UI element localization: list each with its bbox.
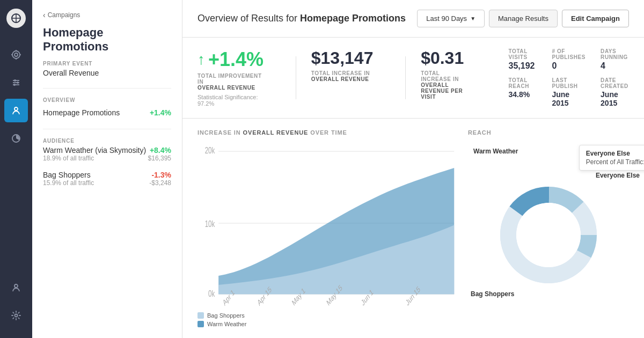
title-bold: Homepage Promotions xyxy=(300,13,406,24)
chevron-down-icon: ▼ xyxy=(470,16,475,21)
stat-divider xyxy=(296,56,296,99)
app-logo[interactable] xyxy=(6,9,26,28)
publishes-label: # OF PUBLISHES xyxy=(552,48,586,60)
date-range-label: Last 90 Days xyxy=(426,14,467,23)
publishes-value: 0 xyxy=(552,61,586,71)
sliders-icon[interactable] xyxy=(4,71,28,94)
total-visits-value: 35,192 xyxy=(509,61,537,71)
svg-text:20k: 20k xyxy=(205,145,215,155)
primary-event-value: Overall Revenue xyxy=(43,69,171,77)
overview-section: Homepage Promotions +1.4% xyxy=(43,105,171,120)
list-item: Warm Weather (via Skymosity) +8.4% 18.9%… xyxy=(43,146,171,162)
legend-label-warm: Warm Weather xyxy=(207,321,246,327)
settings-icon[interactable] xyxy=(4,304,28,327)
audience-value-1: +8.4% xyxy=(150,146,171,155)
audience-traffic-2: 15.9% of all traffic xyxy=(43,179,94,187)
page-title: Overview of Results for Homepage Promoti… xyxy=(197,13,413,24)
area-chart-svg: 20k 10k 0k Apr 1 xyxy=(197,142,457,308)
divider-1 xyxy=(43,88,171,89)
bag-shoppers-label: Bag Shoppers xyxy=(471,290,514,298)
total-reach-value: 34.8% xyxy=(509,90,537,99)
total-revenue-stat: $13,147 TOTAL INCREASE INOVERALL REVENUE xyxy=(311,48,374,82)
stat-divider-2 xyxy=(405,56,406,99)
date-created-stat: DATE CREATED June 2015 xyxy=(601,77,629,107)
days-running-value: 4 xyxy=(601,61,629,71)
area-chart-area: 20k 10k 0k Apr 1 xyxy=(197,142,457,308)
target-icon[interactable] xyxy=(4,43,28,67)
charts-area: INCREASE IN OVERALL REVENUE OVER TIME 20… xyxy=(182,119,644,338)
left-panel: Campaigns Homepage Promotions PRIMARY EV… xyxy=(32,0,182,338)
chart-icon[interactable] xyxy=(4,127,28,150)
stat-significance: Statistical Significance: 97.2% xyxy=(197,94,264,107)
reach-section: REACH Warm Weat xyxy=(468,129,629,327)
campaign-title: Homepage Promotions xyxy=(43,26,171,54)
legend-label-bag: Bag Shoppers xyxy=(207,312,245,319)
divider-2 xyxy=(43,129,171,129)
back-link[interactable]: Campaigns xyxy=(43,11,171,19)
legend-item: Bag Shoppers xyxy=(197,312,457,319)
per-visit-label: TOTAL INCREASE INOVERALL REVENUE PERVISI… xyxy=(421,70,470,100)
svg-point-12 xyxy=(14,79,16,82)
per-visit-value: $0.31 xyxy=(421,48,470,68)
audience-traffic-1: 18.9% of all traffic xyxy=(43,155,94,162)
last-publish-value: June 2015 xyxy=(552,90,586,107)
area-chart-section: INCREASE IN OVERALL REVENUE OVER TIME 20… xyxy=(197,129,457,327)
donut-container: Warm Weather Bag Shoppers Everyone Else … xyxy=(468,142,629,327)
svg-point-18 xyxy=(15,314,18,317)
audience-label: AUDIENCE xyxy=(43,138,171,144)
per-visit-stat: $0.31 TOTAL INCREASE INOVERALL REVENUE P… xyxy=(421,48,470,100)
svg-text:10k: 10k xyxy=(205,219,215,229)
improvement-value: +1.4% xyxy=(208,48,264,71)
tooltip-value: Percent of All Traffic: 58.6% xyxy=(586,158,644,166)
days-running-label: DAYS RUNNING xyxy=(601,48,629,60)
total-visits-stat: TOTAL VISITS 35,192 xyxy=(509,48,537,71)
legend-item: Warm Weather xyxy=(197,321,457,327)
audience-icon[interactable] xyxy=(4,99,28,122)
publishes-stat: # OF PUBLISHES 0 xyxy=(552,48,586,71)
overview-label: OVERVIEW xyxy=(43,97,171,103)
title-prefix: Overview of Results for xyxy=(197,13,300,24)
svg-point-3 xyxy=(12,51,20,58)
everyone-else-label: Everyone Else xyxy=(596,172,640,179)
date-created-label: DATE CREATED xyxy=(601,77,629,89)
days-running-stat: DAYS RUNNING 4 xyxy=(601,48,629,71)
audience-revenue-2: -$3,248 xyxy=(149,179,171,187)
svg-point-14 xyxy=(13,84,16,86)
warm-weather-label: Warm Weather xyxy=(473,148,518,155)
area-chart-title: INCREASE IN OVERALL REVENUE OVER TIME xyxy=(197,129,457,136)
list-item: Bag Shoppers -1.3% 15.9% of all traffic … xyxy=(43,171,171,187)
audience-name-2: Bag Shoppers xyxy=(43,171,91,179)
main-header: Overview of Results for Homepage Promoti… xyxy=(182,0,644,38)
svg-point-35 xyxy=(516,203,581,267)
main-content: Overview of Results for Homepage Promoti… xyxy=(182,0,644,338)
overview-item-label: Homepage Promotions xyxy=(43,108,120,117)
user-icon[interactable] xyxy=(4,276,28,299)
overview-item-value: +1.4% xyxy=(150,108,171,117)
audience-name-1: Warm Weather (via Skymosity) xyxy=(43,146,146,155)
improvement-stat: ↑ +1.4% TOTAL IMPROVEMENT INOVERALL REVE… xyxy=(197,48,264,107)
improvement-label: TOTAL IMPROVEMENT INOVERALL REVENUE xyxy=(197,73,264,91)
legend-dot-bag xyxy=(197,312,204,319)
edit-campaign-button[interactable]: Edit Campaign xyxy=(562,10,629,27)
date-created-value: June 2015 xyxy=(601,90,629,107)
svg-point-15 xyxy=(14,107,18,111)
manage-results-button[interactable]: Manage Results xyxy=(489,10,558,27)
stat-grid: TOTAL VISITS 35,192 # OF PUBLISHES 0 DAY… xyxy=(509,48,630,107)
tooltip-title: Everyone Else xyxy=(586,150,644,157)
primary-event-label: PRIMARY EVENT xyxy=(43,61,171,67)
audience-value-2: -1.3% xyxy=(151,171,171,179)
date-range-button[interactable]: Last 90 Days ▼ xyxy=(417,10,485,27)
stats-row: ↑ +1.4% TOTAL IMPROVEMENT INOVERALL REVE… xyxy=(182,38,644,119)
svg-point-13 xyxy=(17,82,19,84)
arrow-up-icon: ↑ xyxy=(197,52,205,67)
svg-point-17 xyxy=(14,284,18,288)
total-visits-label: TOTAL VISITS xyxy=(509,48,537,60)
audience-section: Warm Weather (via Skymosity) +8.4% 18.9%… xyxy=(43,146,171,187)
last-publish-label: LAST PUBLISH xyxy=(552,77,586,89)
last-publish-stat: LAST PUBLISH June 2015 xyxy=(552,77,586,107)
total-revenue-value: $13,147 xyxy=(311,48,374,68)
svg-point-4 xyxy=(14,53,18,56)
total-reach-label: TOTAL REACH xyxy=(509,77,537,89)
overview-item: Homepage Promotions +1.4% xyxy=(43,105,171,120)
chart-legend: Bag Shoppers Warm Weather xyxy=(197,312,457,327)
